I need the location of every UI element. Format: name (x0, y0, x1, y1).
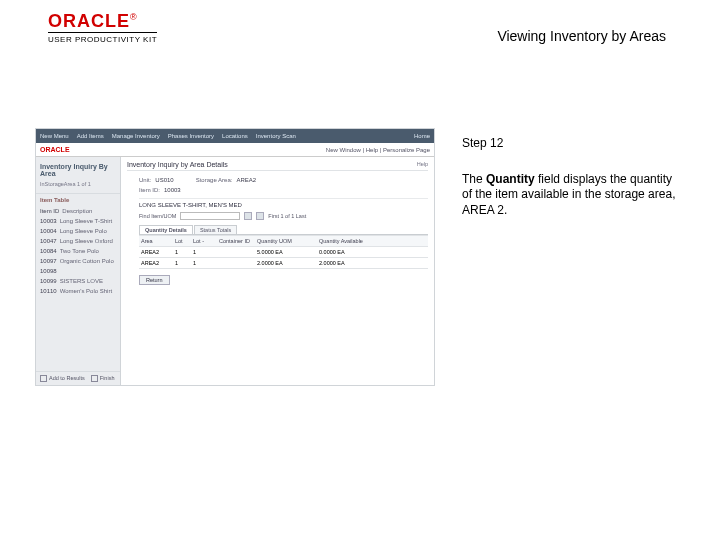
sidebar-row[interactable]: 10097Organic Cotton Polo (36, 256, 120, 266)
sidebar-row[interactable]: 10110Women's Polo Shirt (36, 286, 120, 296)
sidebar-head-id: Item ID (40, 208, 59, 214)
kv-key: Item ID: (139, 187, 160, 193)
find-select[interactable] (180, 212, 240, 220)
cell: 1 (191, 258, 217, 268)
col-lot2: Lot - (191, 236, 217, 246)
app-logobar: ORACLE New Window | Help | Personalize P… (36, 143, 434, 157)
button-row: Return (139, 275, 428, 285)
menu-link[interactable]: Home (414, 133, 430, 139)
step-text-bold: Quantity (486, 172, 535, 186)
col-lot: Lot (173, 236, 191, 246)
cell: 1 (173, 247, 191, 257)
main-panel: Inventory Inquiry by Area Details Help U… (121, 157, 434, 385)
paging-hint: First 1 of 1 Last (268, 213, 306, 219)
branding: ORACLE® USER PRODUCTIVITY KIT (48, 12, 157, 44)
sidebar-row-desc (60, 268, 116, 274)
sidebar-row[interactable]: 10003Long Sleeve T-Shirt (36, 216, 120, 226)
sidebar-head-desc: Description (62, 208, 116, 214)
sidebar-row-desc: Women's Polo Shirt (60, 288, 116, 294)
kv-val: 10003 (164, 187, 181, 193)
menu-item[interactable]: Phases Inventory (168, 133, 214, 139)
cell: 0.0000 EA (317, 247, 381, 257)
tabs: Quantity Details Status Totals (139, 225, 428, 235)
sidebar-row-id: 10047 (40, 238, 57, 244)
sidebar-row-id: 10097 (40, 258, 57, 264)
sidebar-row-desc: Long Sleeve Polo (60, 228, 116, 234)
help-link[interactable]: Help (417, 161, 428, 168)
page-title: Viewing Inventory by Areas (497, 28, 666, 44)
cell: AREA2 (139, 258, 173, 268)
find-row: Find Item/UOM First 1 of 1 Last (139, 212, 428, 220)
col-qty-avail: Quantity Available (317, 236, 381, 246)
kv-row-2: Item ID:10003 (139, 187, 428, 193)
app-body: Inventory Inquiry By Area InStorageArea … (36, 157, 434, 385)
app-screenshot: New Menu Add Items Manage Inventory Phas… (35, 128, 435, 386)
kv-key: Unit: (139, 177, 151, 183)
cell: AREA2 (139, 247, 173, 257)
menu-right[interactable]: Home (414, 133, 430, 139)
cell: 2.0000 EA (255, 258, 317, 268)
oracle-tm: ® (130, 12, 137, 22)
sidebar-row[interactable]: 10084Two Tone Polo (36, 246, 120, 256)
sidebar-section: Item Table (36, 193, 120, 206)
sidebar-row[interactable]: 10004Long Sleeve Polo (36, 226, 120, 236)
step-panel: Step 12 The Quantity field displays the … (462, 136, 677, 218)
col-qty-uom: Quantity UOM (255, 236, 317, 246)
kv-val: US010 (155, 177, 173, 183)
sidebar-row[interactable]: 10098 (36, 266, 120, 276)
sidebar-row-id: 10003 (40, 218, 57, 224)
kv-key: Storage Area: (196, 177, 233, 183)
tab-quantity-details[interactable]: Quantity Details (139, 225, 193, 234)
col-area: Area (139, 236, 173, 246)
sidebar-footer-finish[interactable]: Finish (91, 375, 115, 382)
cell: 5.0000 EA (255, 247, 317, 257)
sidebar-row-desc: Long Sleeve Oxford (60, 238, 116, 244)
sidebar-row-id: 10004 (40, 228, 57, 234)
main-title: Inventory Inquiry by Area Details (127, 161, 228, 168)
oracle-logo-text: ORACLE (48, 11, 130, 31)
sidebar: Inventory Inquiry By Area InStorageArea … (36, 157, 121, 385)
grid-icon[interactable] (244, 212, 252, 220)
sidebar-title: Inventory Inquiry By Area (36, 157, 120, 181)
menu-item[interactable]: Inventory Scan (256, 133, 296, 139)
sidebar-row-desc: Long Sleeve T-Shirt (60, 218, 116, 224)
sidebar-row[interactable]: 10047Long Sleeve Oxford (36, 236, 120, 246)
sidebar-footer: Add to Results Finish (36, 371, 120, 385)
kv-row-1: Unit:US010 Storage Area:AREA2 (139, 177, 428, 183)
step-label: Step 12 (462, 136, 677, 152)
grid-header: Area Lot Lot - Container ID Quantity UOM… (139, 235, 428, 247)
cell (217, 258, 255, 268)
app-logobar-links[interactable]: New Window | Help | Personalize Page (326, 147, 430, 153)
cell: 2.0000 EA (317, 258, 381, 268)
sidebar-row-id: 10099 (40, 278, 57, 284)
step-text: The Quantity field displays the quantity… (462, 172, 677, 219)
sidebar-row-desc: Organic Cotton Polo (60, 258, 116, 264)
return-button[interactable]: Return (139, 275, 170, 285)
item-description: LONG SLEEVE T-SHIRT, MEN'S MED (139, 198, 428, 208)
grid-row[interactable]: AREA2 1 1 2.0000 EA 2.0000 EA (139, 258, 428, 269)
sidebar-row-id: 10098 (40, 268, 57, 274)
cell: 1 (173, 258, 191, 268)
tab-status-totals[interactable]: Status Totals (194, 225, 237, 234)
grid-row[interactable]: AREA2 1 1 5.0000 EA 0.0000 EA (139, 247, 428, 258)
app-oracle-logo: ORACLE (40, 146, 70, 153)
step-text-pre: The (462, 172, 486, 186)
sidebar-row-id: 10084 (40, 248, 57, 254)
grid-icon[interactable] (256, 212, 264, 220)
find-label: Find Item/UOM (139, 213, 176, 219)
sidebar-sub: InStorageArea 1 of 1 (36, 181, 120, 193)
app-titlebar: New Menu Add Items Manage Inventory Phas… (36, 129, 434, 143)
cell (217, 247, 255, 257)
sidebar-row-id: 10110 (40, 288, 57, 294)
product-line: USER PRODUCTIVITY KIT (48, 32, 157, 44)
menu-item[interactable]: Locations (222, 133, 248, 139)
cell: 1 (191, 247, 217, 257)
col-container: Container ID (217, 236, 255, 246)
menu-item[interactable]: Add Items (77, 133, 104, 139)
menu-item[interactable]: Manage Inventory (112, 133, 160, 139)
sidebar-footer-add[interactable]: Add to Results (40, 375, 85, 382)
menu-item[interactable]: New Menu (40, 133, 69, 139)
oracle-logo: ORACLE® (48, 12, 157, 30)
sidebar-row[interactable]: 10099SISTERS LOVE (36, 276, 120, 286)
sidebar-row-desc: SISTERS LOVE (60, 278, 116, 284)
